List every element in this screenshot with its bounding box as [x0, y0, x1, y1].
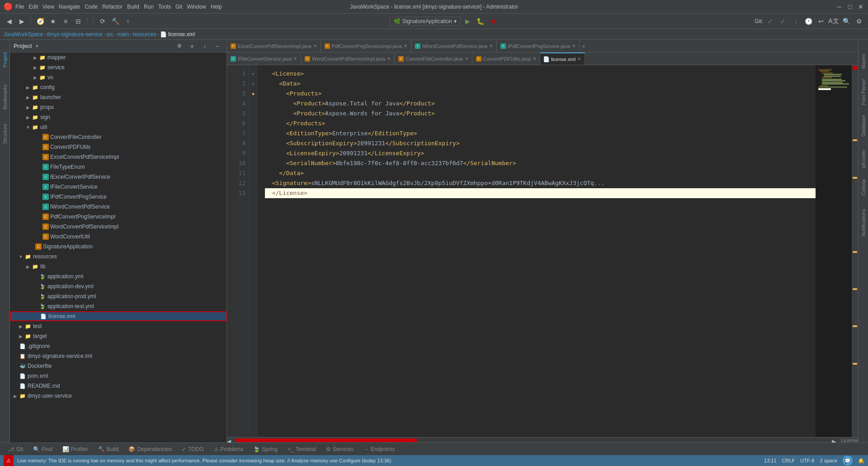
tab-close[interactable]: ✕: [404, 43, 407, 48]
tab-close[interactable]: ✕: [533, 56, 536, 61]
breadcrumb-workspace[interactable]: JavaWorkSpace: [4, 31, 43, 38]
tab-pdfconvert[interactable]: C PdfConvertPngServiceImpl.java ✕: [321, 40, 411, 52]
tree-item-wordconvertutil[interactable]: C WordConvertUtil: [10, 232, 226, 242]
tree-item-test[interactable]: ▶ 📁 test: [10, 321, 226, 331]
git-menu[interactable]: Git: [175, 4, 182, 10]
maximize-button[interactable]: □: [846, 3, 854, 10]
bottom-tab-todo[interactable]: ✓ TODO: [177, 445, 208, 453]
h-scroll-thumb[interactable]: [236, 438, 417, 442]
tree-item-mapper[interactable]: ▶ 📁 mapper: [10, 52, 226, 62]
tree-item-iexcelconvert[interactable]: I IExcelConvertPdfService: [10, 172, 226, 182]
low-memory-warning[interactable]: ⚠: [4, 455, 14, 466]
tools-menu[interactable]: Tools: [158, 4, 171, 10]
bottom-tab-spring[interactable]: 🍃 Spring: [249, 445, 282, 453]
structure-tab[interactable]: Structure: [0, 116, 9, 152]
project-tab[interactable]: Project: [0, 42, 9, 78]
tab-excelconvert[interactable]: C ExcelConvertPdfServiceImpl.java ✕: [227, 40, 321, 52]
debug-button[interactable]: 🐛: [475, 16, 486, 27]
run-menu[interactable]: Run: [144, 4, 154, 10]
tree-item-iml[interactable]: 📋 dmyz-signature-service.iml: [10, 351, 226, 361]
tree-item-iwordconvert[interactable]: I IWordConvertPdfService: [10, 202, 226, 212]
tree-item-filetypeenum[interactable]: I FileTypeEnum: [10, 162, 226, 172]
tab-license-xml[interactable]: 📄 license.xml ✕: [540, 52, 585, 65]
bottom-tab-find[interactable]: 🔍 Find: [28, 445, 57, 453]
tab-close[interactable]: ✕: [572, 43, 576, 48]
breadcrumb-src[interactable]: src: [106, 31, 113, 38]
bottom-tab-dependencies[interactable]: 📦 Dependencies: [124, 445, 176, 453]
tree-item-pdfconvert[interactable]: C PdfConvertPngServiceImpl: [10, 212, 226, 222]
tree-item-lib[interactable]: ▶ 📁 lib: [10, 262, 226, 271]
git-branch-button[interactable]: ✓: [778, 16, 788, 27]
file-menu[interactable]: File: [15, 4, 24, 10]
forward-button[interactable]: ▶: [16, 16, 27, 27]
bottom-tab-terminal[interactable]: >_ Terminal: [283, 445, 321, 453]
git-time-button[interactable]: 🕐: [803, 16, 814, 27]
tree-item-signatureapp[interactable]: C SignatureApplication: [10, 242, 226, 252]
code-menu[interactable]: Code: [85, 4, 98, 10]
panel-horizontal[interactable]: ≡: [187, 41, 198, 52]
bottom-tab-git[interactable]: ⎇ Git: [4, 445, 28, 453]
collapse-button[interactable]: ⊟: [73, 16, 84, 27]
codota-tab[interactable]: Codota: [861, 168, 866, 195]
breadcrumb-resources[interactable]: resources: [132, 31, 156, 38]
navigate-menu[interactable]: Navigate: [59, 4, 80, 10]
help-menu[interactable]: Help: [211, 4, 222, 10]
bookmarks-tab[interactable]: Bookmarks: [0, 79, 9, 115]
fold-2[interactable]: ▾: [249, 79, 258, 89]
notification-icon[interactable]: 🔔: [858, 458, 864, 464]
notifications-tab[interactable]: Notifications: [861, 195, 866, 236]
tab-close[interactable]: ✕: [293, 56, 297, 61]
tree-item-application-test-yml[interactable]: 🍃 application-test.yml: [10, 301, 226, 311]
bottom-tab-problems[interactable]: ⚠ Problems: [209, 445, 248, 453]
code-editor[interactable]: <License> <Data> <Products> <Product>Asp…: [258, 65, 816, 437]
panel-sort[interactable]: ↕: [199, 41, 210, 52]
fold-1[interactable]: ▾: [249, 69, 258, 79]
minimize-button[interactable]: ─: [835, 3, 843, 10]
build-button[interactable]: 🔨: [110, 16, 121, 27]
maven-tab[interactable]: Maven: [861, 42, 866, 69]
tree-item-util[interactable]: ▼ 📁 util: [10, 122, 226, 132]
tab-ipdfconvert[interactable]: I IPdfConvertPngService.java ✕: [497, 40, 580, 52]
tab-iwordconvert[interactable]: I IWordConvertPdfService.java ✕: [411, 40, 497, 52]
bottom-tab-build[interactable]: 🔨 Build: [94, 445, 123, 453]
bottom-tab-endpoints[interactable]: → Endpoints: [359, 445, 399, 453]
tree-item-ifileconvert[interactable]: I IFileConvertService: [10, 182, 226, 192]
tab-close[interactable]: ✕: [313, 43, 317, 48]
tree-item-application-prod-yml[interactable]: 🍃 application-prod.yml: [10, 291, 226, 301]
tree-item-ipdfconvert[interactable]: I IPdfConvertPngService: [10, 192, 226, 202]
tab-close[interactable]: ✕: [489, 43, 493, 48]
tree-item-convertfilecontroller[interactable]: C ConvertFileController: [10, 132, 226, 142]
tree-item-user-service[interactable]: ▶ 📁 dmyz-user-service: [10, 391, 226, 401]
bottom-tab-services[interactable]: ⚙ Services: [321, 445, 358, 453]
breadcrumb-service[interactable]: dmyz-signature-service: [47, 31, 103, 38]
panel-dropdown[interactable]: ▾: [36, 43, 38, 49]
tree-item-vo[interactable]: ▶ 📁 vo: [10, 72, 226, 82]
axcoder-tab[interactable]: aXcoder: [861, 137, 866, 168]
tree-item-application-yml[interactable]: 🍃 application.yml: [10, 271, 226, 281]
tree-item-pom[interactable]: 📄 pom.xml: [10, 371, 226, 381]
bookmarks-button[interactable]: ★: [47, 16, 58, 27]
close-button[interactable]: ✕: [857, 3, 864, 10]
tab-convertpdfutils[interactable]: C ConvertPDFUtils.java ✕: [472, 52, 540, 65]
fontparser-tab[interactable]: Font Parser: [861, 69, 866, 105]
tree-item-convertpdfutils[interactable]: C ConvertPDFUtils: [10, 142, 226, 152]
settings-button[interactable]: ⚙: [854, 16, 864, 27]
tree-item-excelconvertpdfserviceimpl[interactable]: C ExcelConvertPdfServiceImpl: [10, 152, 226, 162]
panel-settings[interactable]: ⚙: [174, 41, 185, 52]
panel-minimize[interactable]: ─: [212, 41, 223, 52]
tree-item-application-dev-yml[interactable]: 🍃 application-dev.yml: [10, 281, 226, 291]
git-pull-button[interactable]: ↓: [790, 16, 801, 27]
tab-close[interactable]: ✕: [387, 56, 391, 61]
tree-item-config[interactable]: ▶ 📁 config: [10, 82, 226, 92]
tree-item-gitignore[interactable]: 📄 .gitignore: [10, 341, 226, 351]
database-tab[interactable]: Database: [861, 105, 866, 137]
bottom-tab-profiler[interactable]: 📊 Profiler: [58, 445, 93, 453]
structure-button[interactable]: ≡: [60, 16, 71, 27]
horizontal-scrollbar[interactable]: ◀ ▶ License: [227, 437, 858, 442]
edit-menu[interactable]: Edit: [28, 4, 38, 10]
window-menu[interactable]: Window: [187, 4, 206, 10]
tree-item-resources[interactable]: ▼ 📁 resources: [10, 252, 226, 262]
back-button[interactable]: ◀: [4, 16, 14, 27]
tree-item-wordconvert[interactable]: C WordConvertPdfServiceImpl: [10, 222, 226, 232]
tree-item-sign[interactable]: ▶ 📁 sign: [10, 112, 226, 122]
